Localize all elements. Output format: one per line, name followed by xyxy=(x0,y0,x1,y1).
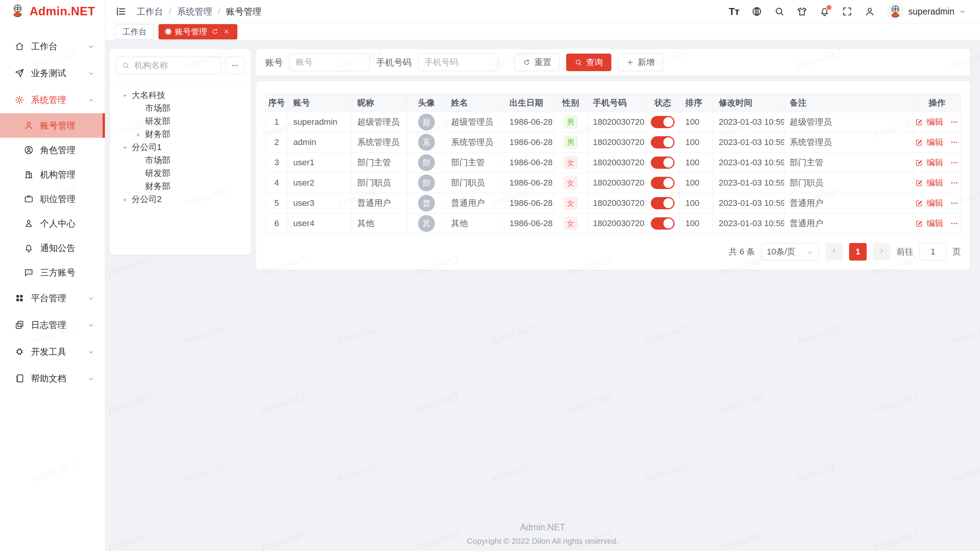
cell-sort: 100 xyxy=(680,112,713,132)
column-header: 昵称 xyxy=(352,94,407,112)
edit-icon[interactable] xyxy=(915,179,923,187)
goto-page-input[interactable] xyxy=(920,243,946,261)
account-field[interactable] xyxy=(295,57,364,68)
edit-icon[interactable] xyxy=(915,220,923,228)
more-actions-icon[interactable] xyxy=(950,117,959,127)
more-actions-icon[interactable] xyxy=(950,138,959,147)
tree-node[interactable]: 分公司1 xyxy=(116,141,245,154)
notification-icon[interactable] xyxy=(819,6,830,17)
sidebar-item-dev-tools[interactable]: 开发工具 xyxy=(0,338,105,365)
tab-workbench[interactable]: 工作台 xyxy=(115,24,154,39)
cell-status xyxy=(646,132,680,153)
sidebar-item-notice[interactable]: 通知公告 xyxy=(0,236,105,260)
tab-account-management[interactable]: 账号管理 xyxy=(158,24,237,39)
reset-button[interactable]: 重置 xyxy=(514,54,560,71)
cell-modified: 2023-01-03 10:59:44 xyxy=(713,193,784,214)
add-button[interactable]: 新增 xyxy=(618,54,663,71)
tree-node[interactable]: 大名科技 xyxy=(116,89,245,102)
cell-actions: 编辑 xyxy=(913,214,961,234)
logo-link[interactable]: Admin.NET xyxy=(0,0,105,23)
phone-field[interactable] xyxy=(424,57,493,68)
sidebar-item-log-management[interactable]: 日志管理 xyxy=(0,311,105,338)
close-icon[interactable] xyxy=(223,28,230,35)
search-icon[interactable] xyxy=(774,6,785,17)
sidebar-item-system-management[interactable]: 系统管理 xyxy=(0,86,105,113)
prev-page-button[interactable] xyxy=(825,243,843,261)
tree-node[interactable]: 市场部 xyxy=(116,154,245,167)
cell-name: 部门主管 xyxy=(446,153,504,173)
cell-avatar: 超 xyxy=(407,112,446,132)
chevron-right-icon xyxy=(878,247,885,257)
edit-link[interactable]: 编辑 xyxy=(926,116,943,128)
font-size-icon[interactable]: Tт xyxy=(729,6,740,17)
edit-link[interactable]: 编辑 xyxy=(926,197,943,209)
account-input[interactable] xyxy=(289,54,370,71)
breadcrumb-item[interactable]: 系统管理 xyxy=(177,6,212,18)
page-size-select[interactable]: 10条/页 xyxy=(761,243,819,261)
sidebar-item-platform-management[interactable]: 平台管理 xyxy=(0,285,105,311)
status-toggle[interactable] xyxy=(651,156,675,169)
sidebar-item-position-management[interactable]: 职位管理 xyxy=(0,187,105,211)
tree-node[interactable]: 研发部 xyxy=(116,115,245,128)
cell-phone: 18020030720 xyxy=(587,112,646,132)
language-icon[interactable] xyxy=(751,6,762,17)
edit-link[interactable]: 编辑 xyxy=(926,157,943,168)
user-menu[interactable]: superadmin xyxy=(887,3,966,20)
table-row: 1superadmin超级管理员超超级管理员1986-06-28男1802003… xyxy=(266,112,961,132)
theme-icon[interactable] xyxy=(797,6,807,17)
edit-link[interactable]: 编辑 xyxy=(926,218,943,229)
cell-modified: 2023-01-03 10:59:44 xyxy=(713,132,784,153)
sidebar-item-workbench[interactable]: 工作台 xyxy=(0,33,105,60)
sidebar-item-org-management[interactable]: 机构管理 xyxy=(0,162,105,187)
person-icon[interactable] xyxy=(864,6,875,17)
more-actions-icon[interactable] xyxy=(950,158,959,167)
more-dots-icon[interactable] xyxy=(225,57,245,74)
edit-icon[interactable] xyxy=(915,118,923,126)
caret-right-icon[interactable] xyxy=(135,131,142,138)
cell-status xyxy=(646,153,680,173)
tree-node[interactable]: 研发部 xyxy=(116,167,245,180)
edit-icon[interactable] xyxy=(915,139,923,147)
cell-avatar: 系 xyxy=(407,132,446,153)
sidebar-item-personal-center[interactable]: 个人中心 xyxy=(0,211,105,236)
edit-icon[interactable] xyxy=(915,159,923,167)
status-toggle[interactable] xyxy=(651,177,675,189)
tree-node[interactable]: 分公司2 xyxy=(116,193,245,206)
caret-down-icon[interactable] xyxy=(121,144,129,151)
status-toggle[interactable] xyxy=(651,217,675,230)
edit-link[interactable]: 编辑 xyxy=(926,177,943,189)
status-toggle[interactable] xyxy=(651,116,675,128)
breadcrumb-item[interactable]: 工作台 xyxy=(137,6,163,18)
tree-node[interactable]: 财务部 xyxy=(116,128,245,141)
more-actions-icon[interactable] xyxy=(950,178,959,187)
sidebar-item-help-docs[interactable]: 帮助文档 xyxy=(0,365,105,392)
sidebar-item-third-party-account[interactable]: 三方账号 xyxy=(0,260,105,285)
tree-node[interactable]: 市场部 xyxy=(116,102,245,115)
status-toggle[interactable] xyxy=(651,197,675,209)
tree-node[interactable]: 财务部 xyxy=(116,180,245,193)
fullscreen-icon[interactable] xyxy=(842,6,853,17)
org-search-input[interactable] xyxy=(116,57,221,74)
more-actions-icon[interactable] xyxy=(950,219,959,228)
cell-modified: 2023-01-03 10:59:44 xyxy=(713,173,784,193)
more-actions-icon[interactable] xyxy=(950,199,959,208)
cell-actions: 编辑 xyxy=(913,193,961,214)
caret-down-icon[interactable] xyxy=(121,92,129,99)
status-toggle[interactable] xyxy=(651,136,675,148)
edit-link[interactable]: 编辑 xyxy=(926,137,943,148)
next-page-button[interactable] xyxy=(873,243,890,261)
mascot-logo-icon xyxy=(10,3,26,20)
cell-status xyxy=(646,112,680,132)
current-page-button[interactable]: 1 xyxy=(849,243,867,261)
sidebar-item-business-test[interactable]: 业务测试 xyxy=(0,60,105,86)
edit-icon[interactable] xyxy=(915,199,923,207)
phone-input[interactable] xyxy=(418,54,498,71)
caret-right-icon[interactable] xyxy=(121,196,129,203)
search-button[interactable]: 查询 xyxy=(566,54,611,71)
plus-icon xyxy=(626,59,634,66)
menu-fold-icon[interactable] xyxy=(115,6,127,17)
sidebar-item-role-management[interactable]: 角色管理 xyxy=(0,138,105,162)
refresh-icon[interactable] xyxy=(211,28,219,35)
sidebar-item-account-management[interactable]: 账号管理 xyxy=(0,113,105,138)
org-name-field[interactable] xyxy=(134,60,215,71)
